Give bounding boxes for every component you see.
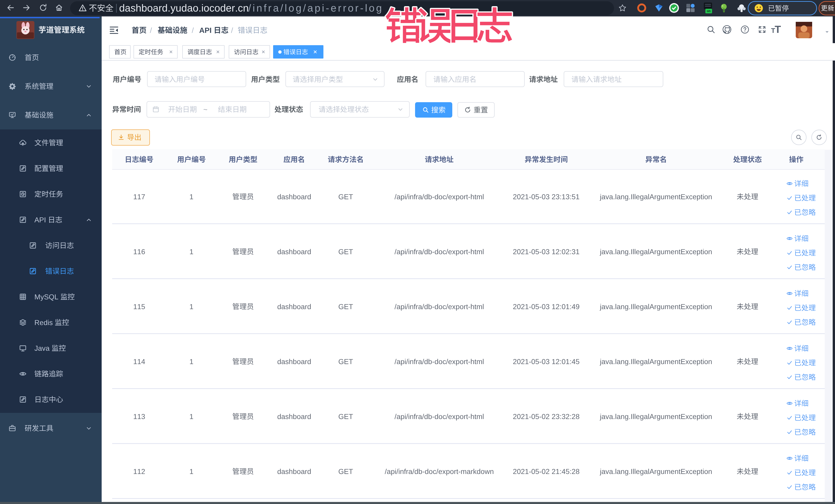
svg-text:on: on	[707, 9, 711, 13]
